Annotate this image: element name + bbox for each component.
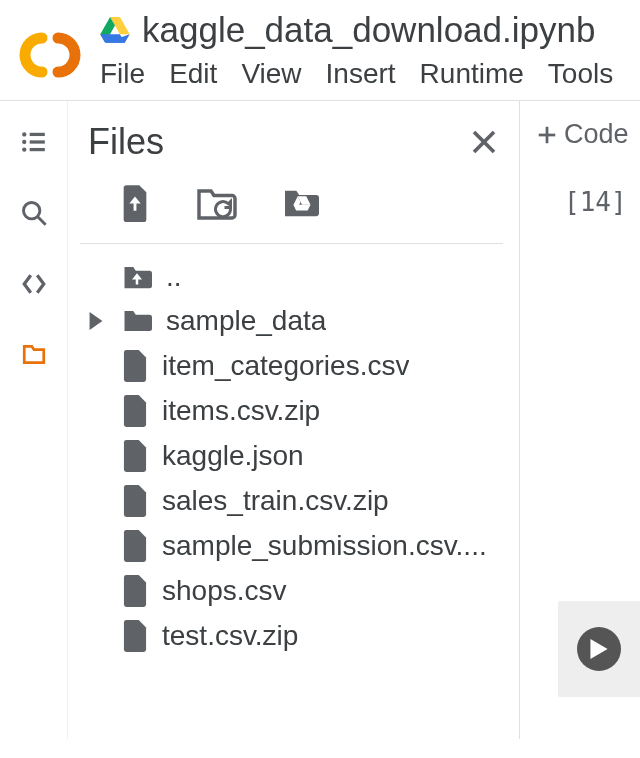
file-label: test.csv.zip [162, 620, 298, 652]
file-icon [122, 350, 148, 382]
tree-row-file[interactable]: ▶ item_categories.csv [84, 343, 503, 388]
code-snippets-icon[interactable] [19, 271, 49, 297]
svg-point-6 [22, 140, 26, 144]
file-icon [122, 440, 148, 472]
file-icon [122, 395, 148, 427]
svg-marker-17 [90, 312, 103, 330]
svg-rect-5 [29, 133, 44, 136]
document-title[interactable]: kaggle_data_download.ipynb [142, 10, 595, 50]
file-label: sample_data [166, 305, 326, 337]
toc-icon[interactable] [19, 129, 49, 155]
svg-marker-3 [100, 34, 125, 43]
file-label: item_categories.csv [162, 350, 409, 382]
close-icon[interactable] [469, 127, 499, 157]
menu-runtime[interactable]: Runtime [420, 58, 524, 90]
menu-view[interactable]: View [241, 58, 301, 90]
menu-file[interactable]: File [100, 58, 145, 90]
svg-point-8 [22, 147, 26, 151]
search-icon[interactable] [20, 199, 48, 227]
file-icon [122, 575, 148, 607]
editor-area: Code [14] [520, 101, 640, 739]
svg-point-10 [23, 203, 39, 219]
tree-row-file[interactable]: ▶ test.csv.zip [84, 613, 503, 658]
tree-row-file[interactable]: ▶ kaggle.json [84, 433, 503, 478]
svg-rect-7 [29, 140, 44, 143]
cell-execution-count: [14] [564, 187, 627, 217]
files-panel: Files ▶ .. [68, 101, 520, 739]
menu-bar: File Edit View Insert Runtime Tools [100, 50, 613, 100]
parent-dir-row[interactable]: ▶ .. [84, 254, 503, 299]
add-code-button[interactable]: Code [520, 119, 640, 150]
files-tab-icon[interactable] [19, 341, 49, 367]
file-tree: ▶ .. sample_data ▶ item_categories.csv [80, 254, 503, 658]
expand-arrow-icon[interactable] [84, 312, 108, 330]
tree-row-file[interactable]: ▶ items.csv.zip [84, 388, 503, 433]
add-code-label: Code [564, 119, 629, 150]
menu-edit[interactable]: Edit [169, 58, 217, 90]
svg-marker-16 [294, 205, 311, 211]
svg-rect-9 [29, 148, 44, 151]
svg-marker-20 [590, 639, 607, 659]
file-label: sales_train.csv.zip [162, 485, 389, 517]
file-label: .. [166, 261, 182, 293]
file-label: sample_submission.csv.... [162, 530, 487, 562]
drive-icon [100, 17, 130, 44]
colab-logo[interactable] [14, 19, 86, 91]
folder-icon [122, 308, 152, 334]
svg-line-11 [37, 217, 45, 225]
file-label: kaggle.json [162, 440, 304, 472]
panel-title: Files [88, 121, 164, 163]
menu-tools[interactable]: Tools [548, 58, 613, 90]
run-cell-button[interactable] [577, 627, 621, 671]
refresh-folder-icon[interactable] [196, 185, 238, 225]
tree-row-file[interactable]: ▶ shops.csv [84, 568, 503, 613]
tree-row-file[interactable]: ▶ sample_submission.csv.... [84, 523, 503, 568]
mount-drive-icon[interactable] [282, 185, 322, 225]
upload-icon[interactable] [118, 185, 152, 225]
menu-insert[interactable]: Insert [326, 58, 396, 90]
left-rail [0, 101, 68, 739]
tree-row-file[interactable]: ▶ sales_train.csv.zip [84, 478, 503, 523]
cell-hover-area [558, 601, 640, 697]
file-icon [122, 620, 148, 652]
up-folder-icon [122, 263, 152, 291]
file-label: items.csv.zip [162, 395, 320, 427]
file-label: shops.csv [162, 575, 287, 607]
file-icon [122, 530, 148, 562]
svg-point-4 [22, 132, 26, 136]
file-icon [122, 485, 148, 517]
tree-row-folder[interactable]: sample_data [84, 299, 503, 343]
